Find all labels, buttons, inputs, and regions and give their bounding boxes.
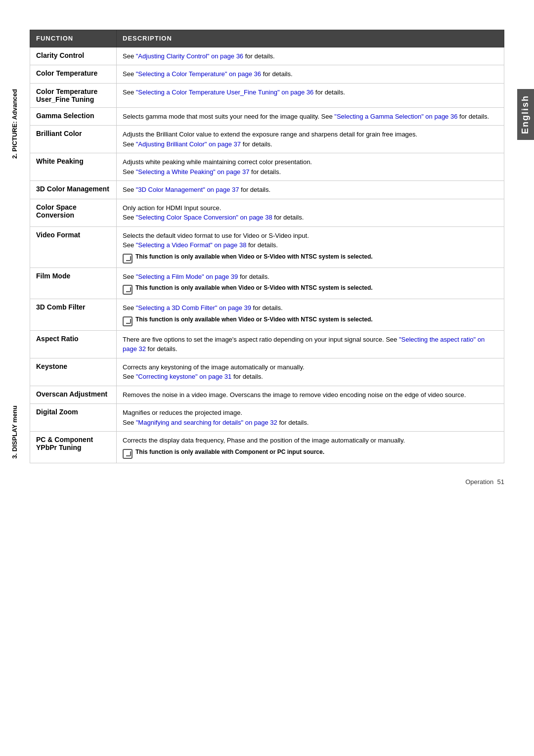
func-cell: Digital Zoom <box>30 404 117 432</box>
english-tab: English <box>517 89 534 140</box>
desc-link[interactable]: "Selecting a Gamma Selection" on page 36 <box>334 113 457 120</box>
table-row: Clarity ControlSee "Adjusting Clarity Co… <box>30 47 504 65</box>
desc-cell: See "Selecting a Color Temperature User_… <box>117 83 504 107</box>
desc-cell: Magnifies or reduces the projected image… <box>117 404 504 432</box>
desc-link[interactable]: "Magnifying and searching for details" o… <box>136 419 277 426</box>
desc-link[interactable]: "3D Color Management" on page 37 <box>136 186 239 193</box>
header-function: Function <box>30 30 117 47</box>
func-cell: Aspect Ratio <box>30 330 117 358</box>
note-box: This function is only available when Vid… <box>123 284 498 295</box>
func-cell: Color Space Conversion <box>30 199 117 226</box>
note-box: This function is only available when Vid… <box>123 253 498 264</box>
table-row: Color Space ConversionOnly action for HD… <box>30 199 504 226</box>
footer-page: 51 <box>497 478 504 486</box>
desc-link[interactable]: "Selecting a Film Mode" on page 39 <box>136 273 238 280</box>
desc-cell: Corrects any keystoning of the image aut… <box>117 358 504 386</box>
desc-cell: Corrects the display data frequency, Pha… <box>117 432 504 463</box>
desc-link[interactable]: "Selecting a Color Temperature User_Fine… <box>136 89 313 96</box>
table-row: Aspect RatioThere are five options to se… <box>30 330 504 358</box>
func-cell: Brilliant Color <box>30 126 117 153</box>
table-row: Brilliant ColorAdjusts the Brilliant Col… <box>30 126 504 153</box>
func-cell: 3D Comb Filter <box>30 299 117 331</box>
main-table: Function Description Clarity ControlSee … <box>30 30 504 463</box>
desc-cell: Adjusts the Brilliant Color value to ext… <box>117 126 504 153</box>
table-row: Video FormatSelects the default video fo… <box>30 226 504 267</box>
page-wrapper: English 2. PICTURE: Advanced 3. DISPLAY … <box>30 30 504 486</box>
side-label-display: 3. DISPLAY menu <box>11 405 18 459</box>
desc-link[interactable]: "Selecting Color Space Conversion" on pa… <box>136 214 272 221</box>
desc-link[interactable]: "Selecting a White Peaking" on page 37 <box>136 168 250 176</box>
header-description: Description <box>117 30 504 47</box>
desc-cell: See "3D Color Management" on page 37 for… <box>117 181 504 199</box>
note-box: This function is only available with Com… <box>123 448 498 459</box>
desc-cell: See "Selecting a 3D Comb Filter" on page… <box>117 299 504 331</box>
func-cell: Color Temperature <box>30 65 117 84</box>
table-row: PC & Component YPbPr TuningCorrects the … <box>30 432 504 463</box>
footer: Operation 51 <box>30 478 504 486</box>
desc-link[interactable]: "Adjusting Clarity Control" on page 36 <box>136 52 243 60</box>
table-row: 3D Comb FilterSee "Selecting a 3D Comb F… <box>30 299 504 331</box>
desc-cell: See "Adjusting Clarity Control" on page … <box>117 47 504 65</box>
table-row: Digital ZoomMagnifies or reduces the pro… <box>30 404 504 432</box>
func-cell: Overscan Adjustment <box>30 386 117 404</box>
desc-cell: See "Selecting a Color Temperature" on p… <box>117 65 504 84</box>
desc-link[interactable]: "Selecting a Video Format" on page 38 <box>136 241 247 249</box>
side-label-picture: 2. PICTURE: Advanced <box>11 89 18 159</box>
desc-link[interactable]: "Selecting the aspect ratio" on page 32 <box>123 336 485 353</box>
desc-cell: Selects gamma mode that most suits your … <box>117 107 504 126</box>
table-row: KeystoneCorrects any keystoning of the i… <box>30 358 504 386</box>
note-text: This function is only available when Vid… <box>135 253 373 261</box>
desc-link[interactable]: "Selecting a 3D Comb Filter" on page 39 <box>136 304 251 311</box>
note-box: This function is only available when Vid… <box>123 315 498 326</box>
footer-text: Operation <box>465 478 493 486</box>
desc-cell: There are five options to set the image'… <box>117 330 504 358</box>
table-row: Color TemperatureSee "Selecting a Color … <box>30 65 504 84</box>
note-icon <box>123 316 133 326</box>
note-icon <box>123 254 133 264</box>
table-row: Film ModeSee "Selecting a Film Mode" on … <box>30 267 504 299</box>
func-cell: Video Format <box>30 226 117 267</box>
table-row: Color Temperature User_Fine TuningSee "S… <box>30 83 504 107</box>
note-text: This function is only available when Vid… <box>135 315 373 324</box>
desc-link[interactable]: "Selecting a Color Temperature" on page … <box>136 70 261 78</box>
note-text: This function is only available when Vid… <box>135 284 373 292</box>
func-cell: Gamma Selection <box>30 107 117 126</box>
note-text: This function is only available with Com… <box>135 448 324 456</box>
func-cell: White Peaking <box>30 153 117 181</box>
func-cell: Keystone <box>30 358 117 386</box>
table-row: 3D Color ManagementSee "3D Color Managem… <box>30 181 504 199</box>
desc-cell: See "Selecting a Film Mode" on page 39 f… <box>117 267 504 299</box>
desc-cell: Removes the noise in a video image. Over… <box>117 386 504 404</box>
func-cell: Film Mode <box>30 267 117 299</box>
note-icon <box>123 285 133 295</box>
table-row: Gamma SelectionSelects gamma mode that m… <box>30 107 504 126</box>
func-cell: Clarity Control <box>30 47 117 65</box>
desc-cell: Adjusts white peaking while maintaining … <box>117 153 504 181</box>
func-cell: PC & Component YPbPr Tuning <box>30 432 117 463</box>
func-cell: Color Temperature User_Fine Tuning <box>30 83 117 107</box>
note-icon <box>123 449 133 459</box>
func-cell: 3D Color Management <box>30 181 117 199</box>
desc-link[interactable]: "Adjusting Brilliant Color" on page 37 <box>136 140 241 148</box>
table-header-row: Function Description <box>30 30 504 47</box>
table-row: Overscan AdjustmentRemoves the noise in … <box>30 386 504 404</box>
table-row: White PeakingAdjusts white peaking while… <box>30 153 504 181</box>
desc-link[interactable]: "Correcting keystone" on page 31 <box>136 373 232 380</box>
desc-cell: Selects the default video format to use … <box>117 226 504 267</box>
desc-cell: Only action for HDMI Input source.See "S… <box>117 199 504 226</box>
